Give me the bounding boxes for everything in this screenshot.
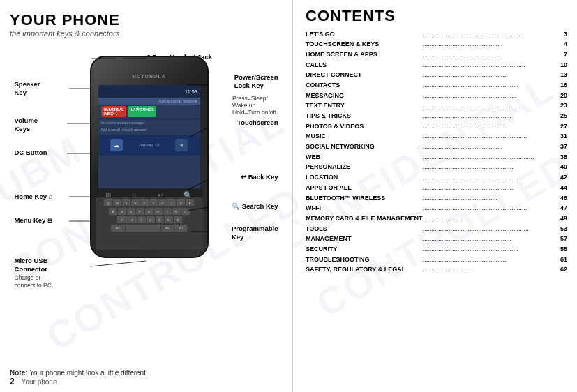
toc-dots: ........................................… <box>423 163 560 173</box>
dc-button-label: DC Button <box>15 149 47 157</box>
toc-row: BLUETOOTH™ WIRELESS.....................… <box>306 193 567 204</box>
key-r: R <box>131 199 140 206</box>
toc-page-num: 58 <box>560 244 567 255</box>
phone-body: MOTOROLA 11:58 Add a social network UNIV… <box>90 56 209 258</box>
toc-dots: ........................................… <box>423 234 560 245</box>
toc-row: HOME SCREEN & APPS......................… <box>306 50 567 60</box>
kbd-row-3: Z X C V B N M <box>98 216 201 223</box>
toc-row: MEMORY CARD & FILE MANAGEMENT...........… <box>306 213 567 224</box>
search-key-label: 🔍 Search Key <box>232 202 278 211</box>
key-i: I <box>167 199 176 206</box>
phone-diagram: MOTOROLA 11:58 Add a social network UNIV… <box>15 43 280 301</box>
motorola-logo: MOTOROLA <box>132 74 166 79</box>
toc-row: LOCATION................................… <box>306 173 567 183</box>
key-u: U <box>158 199 167 206</box>
key-t: T <box>140 199 149 206</box>
note-label: Note: <box>10 369 28 377</box>
page-subtitle: the important keys & connectors <box>10 29 284 38</box>
toc-page-num: 49 <box>560 213 567 224</box>
toc-page-num: 3 <box>560 29 567 40</box>
key-y: Y <box>149 199 158 206</box>
key-alt: ALT <box>111 225 125 232</box>
toc-entry-name: TROUBLESHOOTING <box>306 255 423 265</box>
toc-entry-name: CONTACTS <box>306 80 423 91</box>
toc-entry-name: SOCIAL NETWORKING <box>306 142 423 153</box>
power-key-label: Power/ScreenLock Key <box>234 73 278 91</box>
toc-dots: ........................................… <box>423 91 560 101</box>
toc-dots: ........................................… <box>423 40 560 50</box>
toc-page-num: 4 <box>560 40 567 50</box>
toc-entry-name: APPS FOR ALL <box>306 183 423 193</box>
toc-entry-name: LET'S GO <box>306 29 423 40</box>
key-a: A <box>109 208 117 215</box>
toc-entry-name: SAFETY, REGULATORY & LEGAL <box>306 265 423 276</box>
toc-row: WEB.....................................… <box>306 152 567 163</box>
toc-dots: ........................................… <box>423 255 560 265</box>
toc-dots: ....................... <box>423 213 560 224</box>
toc-dots: ........................................… <box>423 80 560 91</box>
toc-entry-name: PERSONALIZE <box>306 163 423 173</box>
power-key-desc: Press=Sleep/Wake up.Hold=Turn on/off. <box>232 95 278 116</box>
page: SUBMCONFIDENTIALCONTROLLED YOUR PHONE th… <box>0 0 577 392</box>
key-space <box>126 225 160 232</box>
universal-inbox-icon: UNIVERSALINBOX <box>101 106 127 117</box>
key-e: E <box>122 199 130 206</box>
toc-page-num: 42 <box>560 173 567 183</box>
toc-dots: ........................................… <box>423 132 560 142</box>
toc-page-num: 20 <box>560 91 567 101</box>
app-row: UNIVERSALINBOX HAPPENINGS <box>98 105 200 119</box>
svg-line-12 <box>90 261 146 266</box>
toc-row: TOUCHSCREEN & KEYS......................… <box>306 40 567 50</box>
toc-dots: ........................................… <box>423 29 560 40</box>
toc-row: SOCIAL NETWORKING.......................… <box>306 142 567 153</box>
toc-page-num: 62 <box>560 265 567 276</box>
phone-keyboard: Q W E R T Y U I O P A S D <box>96 197 203 250</box>
toc-entry-name: SECURITY <box>306 244 423 255</box>
toc-dots: ........................................… <box>423 70 560 81</box>
toc-page-num: 10 <box>560 60 567 70</box>
key-x: X <box>128 216 137 223</box>
toc-page-num: 53 <box>560 224 567 234</box>
key-d: D <box>127 208 135 215</box>
key-q: Q <box>104 199 112 206</box>
key-z: Z <box>117 216 128 223</box>
toc-row: TOOLS...................................… <box>306 224 567 234</box>
toc-dots: ........................................… <box>423 152 560 163</box>
toc-dots: ........................................… <box>423 173 560 183</box>
key-g: G <box>145 208 153 215</box>
key-h: H <box>154 208 163 215</box>
page-label: Your phone <box>22 378 57 386</box>
back-key-label: ↩ Back Key <box>241 173 278 181</box>
toc-row: MESSAGING...............................… <box>306 91 567 101</box>
toc-entry-name: HOME SCREEN & APPS <box>306 50 423 60</box>
toc-page-num: 23 <box>560 101 567 112</box>
key-j: J <box>163 208 172 215</box>
toc-entry-name: BLUETOOTH™ WIRELESS <box>306 193 423 204</box>
toc-page-num: 40 <box>560 163 567 173</box>
toc-entry-name: MANAGEMENT <box>306 234 423 245</box>
left-panel: YOUR PHONE the important keys & connecto… <box>0 0 293 392</box>
toc-row: SAFETY, REGULATORY & LEGAL..............… <box>306 265 567 276</box>
kbd-row-4: ALT DEL ENT <box>98 225 201 232</box>
key-v: V <box>147 216 155 223</box>
key-c: C <box>137 216 146 223</box>
right-panel: CONFIDENTIALCONTROLLED CONTENTS LET'S GO… <box>293 0 577 392</box>
note-text: Your phone might look a little different… <box>29 369 148 377</box>
toc-entry-name: MESSAGING <box>306 91 423 101</box>
toc-row: PERSONALIZE.............................… <box>306 163 567 173</box>
toc-entry-name: MUSIC <box>306 132 423 142</box>
toc-row: CONTACTS................................… <box>306 80 567 91</box>
phone-screen: 11:58 Add a social network UNIVERSALINBO… <box>98 85 200 197</box>
touchscreen-label: Touchscreen <box>237 119 278 127</box>
toc-row: TEXT ENTRY..............................… <box>306 101 567 112</box>
key-enter: ENT <box>174 225 187 232</box>
key-s: S <box>118 208 126 215</box>
toc-entry-name: TIPS & TRICKS <box>306 112 423 122</box>
toc-page-num: 31 <box>560 132 567 142</box>
toc-row: TROUBLESHOOTING.........................… <box>306 255 567 265</box>
toc-entry-name: LOCATION <box>306 173 423 183</box>
toc-entry-name: DIRECT CONNECT <box>306 70 423 81</box>
toc-entry-name: PHOTOS & VIDEOS <box>306 121 423 132</box>
toc-dots: ........................................… <box>423 204 560 214</box>
micro-usb-label: Micro USBConnectorCharge orconnect to PC… <box>15 257 54 289</box>
